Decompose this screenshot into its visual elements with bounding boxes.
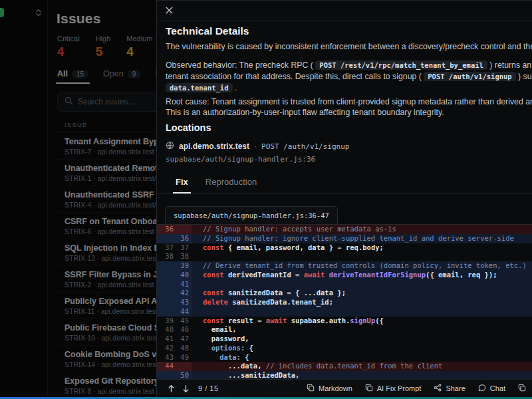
action-label: AI Fix Prompt bbox=[377, 384, 422, 392]
gutter-new-line-number: 46 bbox=[177, 325, 192, 334]
details-text-line: Observed behavior: The precheck RPC ( PO… bbox=[166, 61, 532, 70]
gutter-new-line-number: 36 bbox=[177, 234, 192, 243]
gutter-old-line-number: 37 bbox=[157, 243, 177, 253]
action-label: Share bbox=[446, 384, 465, 392]
diff-line: 4248 options: { bbox=[157, 344, 532, 353]
gutter-new-line-number: 41 bbox=[177, 280, 192, 289]
code-text: password, bbox=[192, 334, 532, 344]
gutter-new-line-number: 37 bbox=[177, 243, 192, 253]
gutter-old-line-number bbox=[157, 234, 177, 243]
code-text: // Derive tenant_id from trusted control… bbox=[192, 261, 532, 271]
diff-line: 40const derivedTenantId = await deriveTe… bbox=[157, 271, 532, 280]
gutter-old-line-number: 39 bbox=[157, 317, 177, 326]
gutter-new-line-number: 43 bbox=[177, 298, 192, 307]
markdown-button[interactable]: Markdown bbox=[307, 384, 352, 393]
gutter-old-line-number bbox=[157, 261, 177, 271]
gutter-old-line-number: 38 bbox=[157, 252, 177, 261]
section-title-locations: Locations bbox=[166, 122, 211, 133]
gutter-new-line-number: 44 bbox=[177, 307, 192, 317]
tab-fix[interactable]: Fix bbox=[176, 174, 188, 193]
clipped-action-button[interactable] bbox=[518, 384, 526, 393]
diff-line: 43delete sanitizedData.tenant_id; bbox=[157, 298, 532, 307]
diff-line: 36// Signup handler: accepts user metada… bbox=[157, 225, 532, 234]
inline-code: POST /auth/v1/signup bbox=[424, 72, 515, 81]
gutter-new-line-number: 49 bbox=[177, 353, 192, 362]
copy-icon bbox=[307, 384, 315, 393]
gutter-new-line-number: 42 bbox=[177, 289, 192, 298]
gutter-new-line-number: 47 bbox=[177, 334, 192, 344]
diff-line: 3838 bbox=[157, 252, 532, 261]
action-label: Markdown bbox=[319, 384, 352, 392]
location-host: api.demo.strix.test bbox=[179, 142, 249, 151]
separator: · bbox=[254, 142, 257, 151]
gutter-new-line-number: 39 bbox=[177, 261, 192, 271]
code-text bbox=[192, 280, 532, 289]
details-text-line: This is an authorization-by-user-input f… bbox=[166, 108, 444, 117]
code-text: email, bbox=[192, 325, 532, 334]
gutter-old-line-number: 42 bbox=[157, 344, 177, 353]
diff-line: 44 ...data, // includes data.tenant_id f… bbox=[157, 362, 532, 371]
gutter-old-line-number: 43 bbox=[157, 353, 177, 362]
action-label: Chat bbox=[490, 384, 505, 392]
tab-reproduction[interactable]: Reproduction bbox=[205, 174, 257, 193]
share-button[interactable]: Share bbox=[434, 384, 465, 393]
gutter-old-line-number: 41 bbox=[157, 334, 177, 344]
code-text: delete sanitizedData.tenant_id; bbox=[192, 298, 532, 307]
next-issue-button[interactable] bbox=[178, 381, 193, 396]
gutter-new-line-number bbox=[177, 225, 192, 234]
diff-line: 4349 data: { bbox=[157, 353, 532, 362]
gutter-old-line-number: 36 bbox=[157, 225, 177, 234]
section-title-technical-details: Technical Details bbox=[166, 25, 249, 37]
details-text-line: Root cause: Tenant assignment is trusted… bbox=[166, 97, 532, 106]
gutter-old-line-number: 44 bbox=[157, 362, 177, 371]
issue-pager: 9 / 15 bbox=[198, 384, 219, 392]
code-text: const { email, password, data } = req.bo… bbox=[192, 243, 532, 253]
gutter-new-line-number: 48 bbox=[177, 344, 192, 353]
code-text bbox=[192, 307, 532, 317]
diff-line: 36// Signup handler: ignore client-suppl… bbox=[157, 234, 532, 243]
gutter-old-line-number bbox=[157, 298, 177, 307]
ai-fix-prompt-button[interactable]: AI Fix Prompt bbox=[365, 384, 422, 393]
location-row: api.demo.strix.test · POST /auth/v1/sign… bbox=[166, 140, 349, 152]
copy-icon bbox=[518, 384, 526, 393]
detail-panel-header bbox=[157, 1, 532, 21]
diff-line: 3737const { email, password, data } = re… bbox=[157, 243, 532, 253]
diff-line: 42const sanitizedData = { ...data }; bbox=[157, 289, 532, 298]
diff-line: 3945const result = await supabase.auth.s… bbox=[157, 317, 532, 326]
fix-reproduction-tabs: FixReproduction bbox=[157, 174, 532, 194]
inline-code: data.tenant_id bbox=[166, 83, 233, 92]
code-text: const sanitizedData = { ...data }; bbox=[192, 289, 532, 298]
gutter-old-line-number bbox=[157, 271, 177, 280]
diff-line: 4147 password, bbox=[157, 334, 532, 344]
close-icon[interactable] bbox=[164, 5, 176, 17]
diff-line: 4046 email, bbox=[157, 325, 532, 334]
code-text: // Signup handler: ignore client-supplie… bbox=[192, 234, 532, 243]
gutter-new-line-number: 40 bbox=[177, 271, 192, 280]
gutter-old-line-number bbox=[157, 280, 177, 289]
details-text-line: The vulnerability is caused by inconsist… bbox=[166, 42, 532, 51]
chat-button[interactable]: Chat bbox=[478, 384, 505, 393]
gutter-new-line-number: 45 bbox=[177, 317, 192, 326]
code-diff-viewer[interactable]: 36// Signup handler: accepts user metada… bbox=[157, 224, 532, 380]
code-text bbox=[192, 252, 532, 261]
diff-line: 44 bbox=[157, 307, 532, 317]
previous-issue-button[interactable] bbox=[164, 381, 178, 396]
footer-actions: MarkdownAI Fix PromptShareChat bbox=[307, 384, 526, 393]
location-file: supabase/auth/signup-handler.js:36 bbox=[166, 155, 315, 164]
share-icon bbox=[434, 384, 442, 393]
gutter-old-line-number bbox=[157, 289, 177, 298]
code-text: const derivedTenantId = await deriveTena… bbox=[192, 271, 532, 280]
copy-icon bbox=[365, 384, 373, 393]
diff-line: 41 bbox=[157, 280, 532, 289]
detail-footer: 9 / 15 MarkdownAI Fix PromptShareChat bbox=[157, 379, 532, 397]
code-text: options: { bbox=[192, 344, 532, 353]
details-text-line: tenant association for that address. Des… bbox=[166, 72, 532, 81]
code-file-tab[interactable]: supabase/auth/signup-handler.js:36-47 bbox=[165, 206, 338, 224]
chat-icon bbox=[478, 384, 486, 393]
inline-code: POST /rest/v1/rpc/match_tenant_by_email bbox=[315, 61, 487, 70]
gutter-new-line-number: 38 bbox=[177, 252, 192, 261]
code-text: const result = await supabase.auth.signU… bbox=[192, 317, 532, 326]
gutter-new-line-number bbox=[177, 362, 192, 371]
issue-detail-panel: Technical Details The vulnerability is c… bbox=[156, 0, 532, 399]
gutter-old-line-number: 40 bbox=[157, 325, 177, 334]
